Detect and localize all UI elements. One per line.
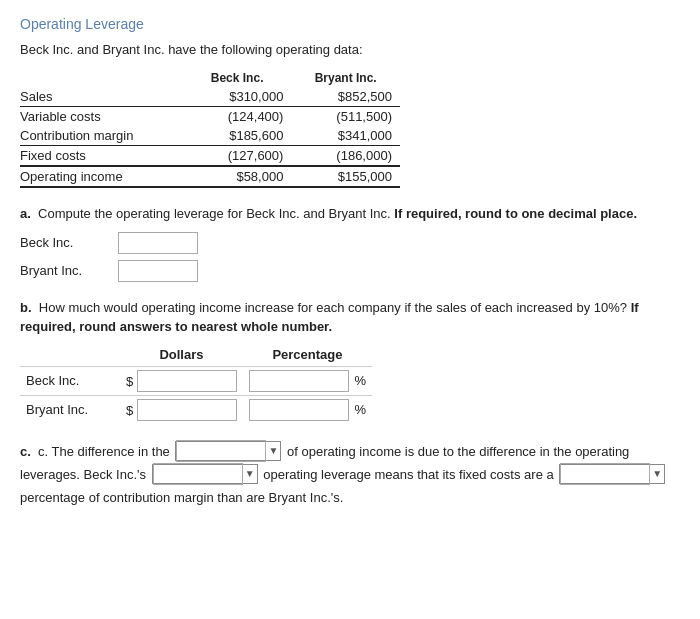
row-label-variable-costs: Variable costs bbox=[20, 107, 183, 127]
table-label-header bbox=[20, 69, 183, 87]
part-a-bryant-row: Bryant Inc. bbox=[20, 260, 680, 282]
intro-text: Beck Inc. and Bryant Inc. have the follo… bbox=[20, 42, 680, 57]
beck-label-b: Beck Inc. bbox=[20, 366, 120, 395]
part-a-bold: If required, round to one decimal place. bbox=[394, 206, 637, 221]
beck-label-a: Beck Inc. bbox=[20, 235, 110, 250]
dollar-sign-bryant: $ bbox=[126, 402, 133, 417]
row-label-contribution-margin: Contribution margin bbox=[20, 126, 183, 146]
bryant-operating-income: $155,000 bbox=[291, 166, 400, 187]
table-row: Fixed costs (127,600) (186,000) bbox=[20, 146, 400, 167]
table-row: Operating income $58,000 $155,000 bbox=[20, 166, 400, 187]
dollar-sign-beck: $ bbox=[126, 373, 133, 388]
dropdown-3-wrapper[interactable]: ▼ bbox=[559, 464, 665, 484]
table-row: Beck Inc. $ % bbox=[20, 366, 372, 395]
operating-data-table: Beck Inc. Bryant Inc. Sales $310,000 $85… bbox=[20, 69, 400, 188]
part-c-suffix: percentage of contribution margin than a… bbox=[20, 490, 343, 505]
page-title: Operating Leverage bbox=[20, 16, 680, 32]
bryant-sales: $852,500 bbox=[291, 87, 400, 107]
part-a-beck-row: Beck Inc. bbox=[20, 232, 680, 254]
dropdown-3-arrow-icon[interactable]: ▼ bbox=[650, 465, 664, 483]
part-b-bold: If required, round answers to nearest wh… bbox=[20, 300, 639, 335]
beck-header: Beck Inc. bbox=[183, 69, 292, 87]
bryant-dollars-cell: $ bbox=[120, 395, 243, 424]
beck-variable-costs: (124,400) bbox=[183, 107, 292, 127]
bryant-contribution-margin: $341,000 bbox=[291, 126, 400, 146]
part-b-label: b. bbox=[20, 300, 32, 315]
beck-operating-income: $58,000 bbox=[183, 166, 292, 187]
dropdown-2-arrow-icon[interactable]: ▼ bbox=[243, 465, 257, 483]
row-label-fixed-costs: Fixed costs bbox=[20, 146, 183, 167]
bryant-label-a: Bryant Inc. bbox=[20, 263, 110, 278]
part-b-table: Dollars Percentage Beck Inc. $ % Bryant … bbox=[20, 345, 372, 424]
part-c-prefix: c. The difference in the bbox=[38, 444, 170, 459]
part-a-label: a. bbox=[20, 206, 31, 221]
part-c-block: c. c. The difference in the ▼ of operati… bbox=[20, 440, 680, 510]
part-b-question: b. How much would operating income incre… bbox=[20, 298, 680, 337]
bryant-label-b: Bryant Inc. bbox=[20, 395, 120, 424]
dropdown-1-input[interactable] bbox=[176, 440, 266, 462]
beck-percent-cell: % bbox=[243, 366, 372, 395]
table-row: Bryant Inc. $ % bbox=[20, 395, 372, 424]
beck-contribution-margin: $185,600 bbox=[183, 126, 292, 146]
bryant-percent-input[interactable] bbox=[249, 399, 349, 421]
beck-sales: $310,000 bbox=[183, 87, 292, 107]
part-c-middle2: operating leverage means that its fixed … bbox=[263, 467, 554, 482]
table-row: Variable costs (124,400) (511,500) bbox=[20, 107, 400, 127]
dropdown-2-wrapper[interactable]: ▼ bbox=[152, 464, 258, 484]
dropdown-3-input[interactable] bbox=[560, 463, 650, 485]
part-c-label: c. bbox=[20, 444, 31, 459]
beck-fixed-costs: (127,600) bbox=[183, 146, 292, 167]
beck-leverage-input[interactable] bbox=[118, 232, 198, 254]
beck-dollars-cell: $ bbox=[120, 366, 243, 395]
bryant-dollars-input[interactable] bbox=[137, 399, 237, 421]
beck-dollars-input[interactable] bbox=[137, 370, 237, 392]
bryant-header: Bryant Inc. bbox=[291, 69, 400, 87]
percent-sign-beck: % bbox=[354, 373, 366, 388]
bryant-leverage-input[interactable] bbox=[118, 260, 198, 282]
dropdown-2-input[interactable] bbox=[153, 463, 243, 485]
part-a-question: a. Compute the operating leverage for Be… bbox=[20, 204, 680, 224]
bryant-fixed-costs: (186,000) bbox=[291, 146, 400, 167]
dropdown-1-wrapper[interactable]: ▼ bbox=[175, 441, 281, 461]
percent-sign-bryant: % bbox=[354, 402, 366, 417]
table-row: Contribution margin $185,600 $341,000 bbox=[20, 126, 400, 146]
beck-percent-input[interactable] bbox=[249, 370, 349, 392]
part-b-block: b. How much would operating income incre… bbox=[20, 298, 680, 424]
part-b-label-col-header bbox=[20, 345, 120, 367]
table-row: Sales $310,000 $852,500 bbox=[20, 87, 400, 107]
dollars-header: Dollars bbox=[120, 345, 243, 367]
part-a-block: a. Compute the operating leverage for Be… bbox=[20, 204, 680, 282]
percentage-header: Percentage bbox=[243, 345, 372, 367]
bryant-variable-costs: (511,500) bbox=[291, 107, 400, 127]
row-label-sales: Sales bbox=[20, 87, 183, 107]
bryant-percent-cell: % bbox=[243, 395, 372, 424]
row-label-operating-income: Operating income bbox=[20, 166, 183, 187]
dropdown-1-arrow-icon[interactable]: ▼ bbox=[266, 442, 280, 460]
